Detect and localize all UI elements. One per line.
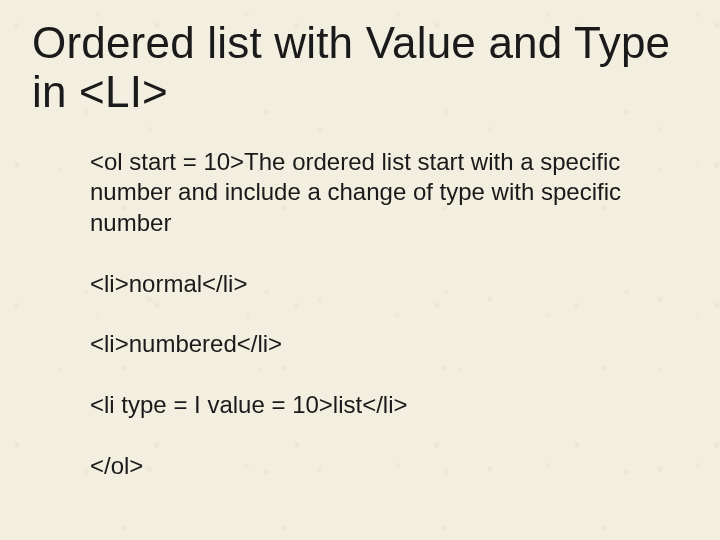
slide-body: <ol start = 10>The ordered list start wi… [32,147,688,482]
paragraph: <ol start = 10>The ordered list start wi… [90,147,648,239]
slide: Ordered list with Value and Type in <LI>… [0,0,720,482]
paragraph: </ol> [90,451,648,482]
paragraph: <li>normal</li> [90,269,648,300]
paragraph: <li type = I value = 10>list</li> [90,390,648,421]
slide-title: Ordered list with Value and Type in <LI> [32,18,688,117]
paragraph: <li>numbered</li> [90,329,648,360]
